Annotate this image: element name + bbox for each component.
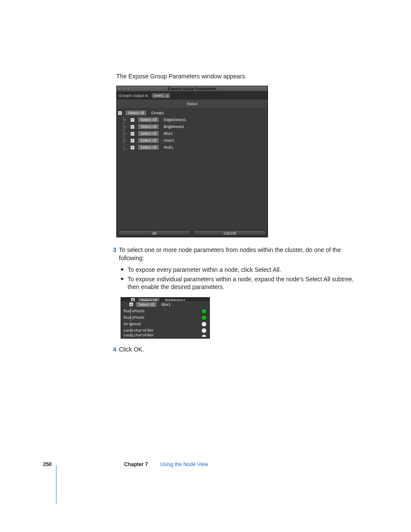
expand-icon[interactable]: ▫	[130, 138, 135, 143]
param-name: int spread	[124, 321, 141, 327]
param-name: float yPixels	[124, 315, 144, 320]
node-tree: ▫ Select All Group1 ▫ Select All EdgeDet…	[117, 108, 268, 152]
expand-icon[interactable]: ▫	[130, 118, 135, 122]
step-text: To select one or more node parameters fr…	[119, 246, 358, 262]
status-dot-enabled[interactable]	[201, 315, 207, 320]
tree-node[interactable]: ▫ Select All Over1	[118, 137, 267, 144]
collapse-icon[interactable]: −	[129, 302, 134, 307]
step-text: Click OK.	[119, 345, 358, 354]
chevron-down-icon	[165, 94, 169, 98]
expose-group-parameters-window: Expose Group Parameters Group's output i…	[116, 86, 268, 237]
tree-line	[124, 137, 128, 144]
tree-root[interactable]: ▫ Select All Group1	[118, 109, 267, 116]
select-all-button[interactable]: Select All	[137, 117, 159, 123]
tree-line	[124, 123, 128, 130]
tree-line	[124, 146, 128, 149]
window-titlebar: Expose Group Parameters	[117, 86, 268, 92]
page-edge-rule	[56, 465, 56, 504]
expanded-node-label: Blur1	[159, 302, 171, 307]
expand-icon[interactable]: ▫	[130, 124, 135, 129]
expanded-subtree-window: + Select All Brightness1 − Select All Bl…	[121, 297, 210, 339]
param-row[interactable]: int spread	[121, 320, 209, 327]
output-label: Group's output is:	[118, 93, 149, 98]
param-row[interactable]: float yPixels	[121, 314, 209, 320]
page-number: 250	[43, 461, 52, 467]
status-dot-disabled[interactable]	[201, 321, 207, 327]
param-name: const char*xFilter	[124, 328, 154, 333]
node-label: Brightness1	[162, 298, 186, 301]
tree-node[interactable]: ▫ Select All EdgeDetect1	[118, 116, 267, 123]
select-all-button[interactable]: Select All	[138, 298, 160, 301]
chapter-title: Using the Node View	[156, 461, 208, 467]
tree-node[interactable]: ▫ Select All Blur1	[118, 130, 267, 137]
traffic-lights	[118, 87, 130, 90]
chapter-label: Chapter 7	[59, 461, 148, 467]
select-all-button[interactable]: Select All	[137, 144, 159, 150]
select-all-button[interactable]: Select All	[125, 110, 147, 116]
page-footer: 250 Chapter 7 Using the Node View	[43, 461, 208, 467]
minimize-icon[interactable]	[122, 87, 125, 90]
window-title: Expose Group Parameters	[168, 87, 216, 91]
tree-node[interactable]: ▫ Select All Brightness1	[118, 123, 267, 130]
bullet-item: To expose individual parameters within a…	[123, 275, 358, 292]
zoom-icon[interactable]	[127, 87, 130, 90]
bullet-item: To expose every parameter within a node,…	[123, 266, 358, 274]
expand-icon[interactable]: ▫	[130, 131, 135, 136]
step-bullets: To expose every parameter within a node,…	[116, 266, 358, 292]
expand-icon[interactable]: ▫	[130, 145, 135, 150]
node-label: Brightness1	[162, 124, 184, 129]
collapse-icon[interactable]: ▫	[118, 111, 122, 115]
node-label: EdgeDetect1	[162, 117, 186, 122]
param-name: const char*yFilter	[124, 333, 154, 337]
tree-node[interactable]: ▫ Select All Mult1	[118, 144, 267, 151]
root-node-label: Group1	[149, 110, 164, 115]
status-dot-disabled[interactable]	[201, 328, 207, 333]
ok-button[interactable]: ok	[118, 230, 191, 236]
output-row: Group's output is: Over1	[117, 92, 268, 100]
select-all-button[interactable]: Select All	[137, 137, 159, 143]
param-name: float xPixels	[124, 308, 144, 314]
cancel-button[interactable]: cancel	[193, 230, 267, 236]
param-row[interactable]: const char*yFilter	[121, 333, 209, 337]
select-all-button[interactable]: Select All	[137, 131, 159, 137]
status-header: Status	[117, 100, 268, 108]
node-label: Over1	[162, 138, 174, 143]
status-dot-enabled[interactable]	[201, 308, 207, 314]
select-all-button[interactable]: Select All	[135, 302, 157, 308]
status-dot-disabled[interactable]	[201, 334, 207, 337]
step-number: 3	[109, 246, 119, 262]
close-icon[interactable]	[118, 87, 121, 90]
tree-line	[124, 130, 128, 137]
output-value: Over1	[153, 93, 164, 98]
node-label: Mult1	[162, 145, 173, 150]
select-all-button[interactable]: Select All	[137, 124, 159, 130]
param-row[interactable]: const char*xFilter	[121, 327, 209, 333]
node-label: Blur1	[162, 131, 173, 136]
step-number: 4	[109, 345, 119, 354]
param-row[interactable]: float xPixels	[121, 308, 209, 314]
expand-icon[interactable]: +	[131, 298, 135, 301]
tree-line	[124, 116, 128, 123]
intro-text: The Expose Group Parameters window appea…	[116, 72, 358, 81]
output-combo[interactable]: Over1	[151, 93, 171, 99]
